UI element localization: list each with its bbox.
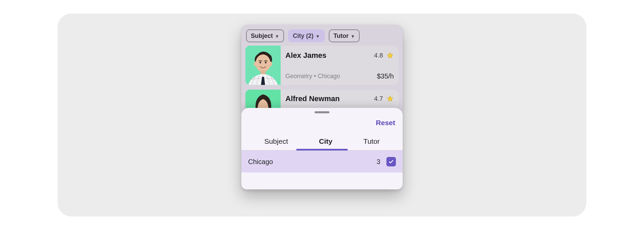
tutor-meta: Geometry • Chicago (285, 73, 340, 80)
rating-value: 4.8 (374, 52, 383, 59)
filter-chip-tutor[interactable]: Tutor ▼ (329, 29, 360, 42)
sheet-drag-handle[interactable] (315, 111, 329, 113)
active-tab-indicator (296, 149, 348, 151)
svg-point-1 (256, 54, 270, 72)
filter-sheet: Reset Subject City Tutor Chicago 3 (241, 108, 403, 189)
svg-point-3 (269, 62, 272, 66)
device-frame: Subject ▼ City (2) ▼ Tutor ▼ (241, 25, 403, 189)
rating: 4.8 (374, 52, 394, 59)
svg-rect-6 (259, 61, 262, 61)
tutor-price: $35/h (377, 72, 394, 80)
city-option-row[interactable]: Chicago 3 (241, 151, 403, 172)
avatar (245, 46, 281, 85)
caret-down-icon: ▼ (350, 34, 355, 39)
filter-chip-subject[interactable]: Subject ▼ (246, 29, 284, 42)
svg-point-5 (265, 62, 267, 64)
reset-button[interactable]: Reset (376, 119, 395, 127)
sheet-tabs: Subject City Tutor (241, 129, 403, 151)
caret-down-icon: ▼ (316, 34, 320, 39)
tutor-card-body: Alfred Newman 4.7 (285, 90, 394, 108)
tab-tutor[interactable]: Tutor (361, 137, 382, 150)
tutor-name: Alex James (285, 51, 326, 60)
filter-chip-label: Tutor (334, 32, 349, 40)
star-icon (386, 52, 394, 59)
city-option-label: Chicago (248, 158, 273, 166)
rating: 4.7 (374, 95, 394, 102)
tab-city[interactable]: City (316, 137, 335, 150)
filter-chip-row: Subject ▼ City (2) ▼ Tutor ▼ (241, 25, 403, 46)
check-icon (388, 159, 394, 165)
tutor-list: Alex James 4.8 Geometry • Chicago $35/h (241, 46, 403, 108)
tab-subject[interactable]: Subject (262, 137, 291, 150)
svg-point-2 (254, 62, 257, 66)
tutor-name: Alfred Newman (285, 94, 340, 103)
tutor-card[interactable]: Alfred Newman 4.7 (245, 90, 399, 108)
canvas-stage: Subject ▼ City (2) ▼ Tutor ▼ (58, 14, 586, 216)
svg-point-4 (260, 62, 261, 64)
avatar (245, 90, 281, 108)
tutor-card[interactable]: Alex James 4.8 Geometry • Chicago $35/h (245, 46, 399, 85)
caret-down-icon: ▼ (275, 34, 279, 39)
filter-chip-label: Subject (251, 32, 273, 40)
star-icon (386, 95, 394, 102)
svg-rect-7 (264, 61, 267, 61)
filter-chip-city[interactable]: City (2) ▼ (288, 29, 325, 42)
tutor-card-body: Alex James 4.8 Geometry • Chicago $35/h (285, 46, 394, 85)
rating-value: 4.7 (374, 95, 383, 102)
filter-chip-label: City (2) (293, 32, 314, 40)
city-option-count: 3 (377, 158, 380, 166)
city-option-checkbox[interactable] (386, 157, 396, 166)
